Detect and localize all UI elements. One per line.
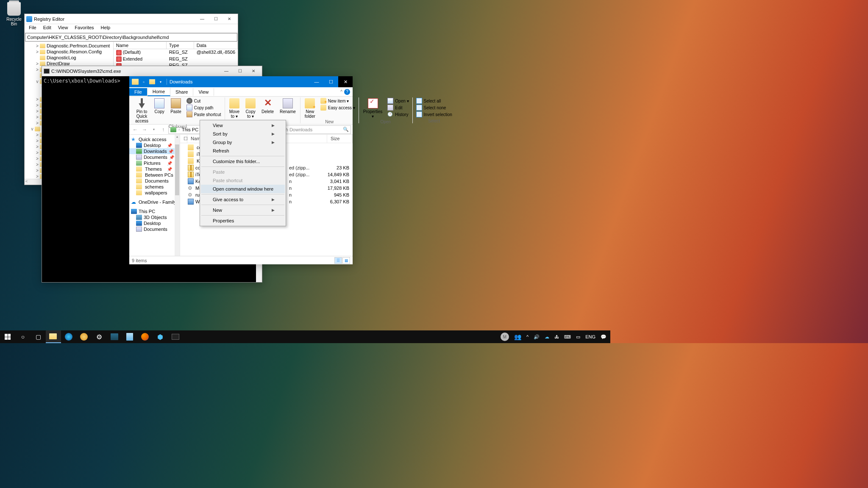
copy-button[interactable]: Copy [153, 97, 166, 115]
tree-item[interactable]: >Diagnostic.Perfmon.Document [25, 43, 113, 49]
menu-help[interactable]: Help [97, 24, 114, 32]
rename-button[interactable]: Rename [278, 97, 298, 115]
up-button[interactable]: ↑ [159, 125, 167, 134]
selectall-button[interactable]: Select all [415, 97, 453, 104]
edge-taskbar-button[interactable] [61, 330, 76, 343]
paste-button[interactable]: Paste [169, 97, 183, 115]
nav-between-pcs[interactable]: Between PCs [129, 172, 180, 178]
bc-thispc[interactable]: This PC [182, 127, 198, 132]
nav-themes[interactable]: Themes📌 [129, 166, 180, 172]
invert-button[interactable]: Invert selection [415, 111, 453, 118]
moveto-button[interactable]: Move to ▾ [228, 97, 241, 119]
menu-view[interactable]: View [55, 24, 72, 32]
tab-share[interactable]: Share [170, 88, 193, 96]
start-button[interactable] [0, 330, 15, 343]
context-item[interactable]: New▶ [201, 206, 285, 214]
close-button[interactable]: ✕ [223, 14, 236, 24]
explorer-taskbar-button[interactable] [46, 330, 61, 343]
firefox-taskbar-button[interactable] [137, 330, 153, 343]
photos-taskbar-button[interactable] [107, 330, 122, 343]
nav-wallpapers[interactable]: wallpapers [129, 190, 180, 196]
col-checkbox[interactable]: ☐ [180, 135, 187, 143]
col-size[interactable]: Size [327, 135, 353, 143]
tab-file[interactable]: File [129, 88, 147, 96]
nav-documents[interactable]: Documents📌 [129, 154, 180, 160]
nav-pane[interactable]: ★Quick access Desktop📌 Downloads📌 Docume… [129, 135, 180, 256]
delete-button[interactable]: ✕Delete [260, 97, 275, 115]
context-item[interactable]: Properties [201, 216, 285, 225]
navpane-scrollbar[interactable]: ▴ [175, 135, 180, 256]
language-button[interactable]: ENG [583, 330, 598, 343]
nav-desktop[interactable]: Desktop📌 [129, 142, 180, 148]
terminal-taskbar-button[interactable] [168, 330, 183, 343]
details-view-button[interactable]: ☰ [334, 257, 342, 264]
cut-button[interactable]: Cut [186, 97, 222, 104]
settings-taskbar-button[interactable]: ⚙ [92, 330, 107, 343]
minimize-button[interactable]: — [309, 76, 324, 87]
task-view-button[interactable]: ▢ [31, 330, 46, 343]
col-type[interactable]: Type [167, 42, 194, 49]
user-button[interactable]: M [498, 330, 511, 343]
paste-shortcut-button[interactable]: Paste shortcut [186, 111, 222, 118]
context-item[interactable]: Customize this folder... [201, 157, 285, 166]
close-button[interactable]: ✕ [338, 76, 353, 87]
newitem-button[interactable]: New item ▾ [320, 97, 356, 104]
open-button[interactable]: Open ▾ [387, 97, 409, 104]
menu-favorites[interactable]: Favorites [71, 24, 97, 32]
edit-button[interactable]: Edit [387, 104, 409, 111]
nav-3d-objects[interactable]: 3D Objects [129, 214, 180, 220]
app-taskbar-button[interactable]: ⬢ [153, 330, 168, 343]
properties-button[interactable]: Properties ▾ [362, 97, 384, 119]
history-button[interactable]: 🕐History [387, 111, 409, 118]
nav-downloads[interactable]: Downloads📌 [129, 148, 180, 154]
nav-schemes[interactable]: schemes [129, 184, 180, 190]
close-button[interactable]: ✕ [247, 67, 260, 76]
onedrive-tray[interactable]: ☁ [542, 330, 551, 343]
tab-home[interactable]: Home [147, 88, 170, 96]
menu-file[interactable]: File [25, 24, 40, 32]
context-item[interactable]: Give access to▶ [201, 195, 285, 204]
maximize-button[interactable]: ☐ [209, 14, 223, 24]
notepad-taskbar-button[interactable] [122, 330, 137, 343]
nav-desktop2[interactable]: Desktop [129, 220, 180, 226]
qat-explorer-icon[interactable] [132, 78, 139, 85]
easyaccess-button[interactable]: Easy access ▾ [320, 104, 356, 111]
recent-button[interactable]: ▾ [150, 125, 158, 134]
action-center-button[interactable]: 💬 [598, 330, 609, 343]
context-item[interactable]: Open command window here [201, 185, 285, 193]
context-item[interactable]: Refresh [201, 147, 285, 155]
help-icon[interactable]: ? [344, 89, 350, 95]
forward-button[interactable]: → [140, 125, 149, 134]
col-data[interactable]: Data [194, 42, 238, 49]
cmd-titlebar[interactable]: C:\WINDOWS\system32\cmd.exe — ☐ ✕ [42, 66, 262, 76]
network-button[interactable]: 🖧 [552, 330, 561, 343]
value-row[interactable]: (Default)REG_SZ@shell32.dll,-8506 [114, 49, 238, 56]
col-name[interactable]: Name [114, 42, 167, 49]
menu-edit[interactable]: Edit [40, 24, 55, 32]
regedit-titlebar[interactable]: Registry Editor — ☐ ✕ [25, 14, 238, 24]
maximize-button[interactable]: ☐ [324, 76, 338, 87]
back-button[interactable]: ← [131, 125, 139, 134]
copyto-button[interactable]: Copy to ▾ [244, 97, 257, 119]
paint-taskbar-button[interactable] [76, 330, 92, 343]
cortana-button[interactable]: ○ [15, 330, 31, 343]
people-button[interactable]: 👥 [512, 330, 523, 343]
context-item[interactable]: Sort by▶ [201, 130, 285, 138]
nav-documents3[interactable]: Documents [129, 226, 180, 232]
context-item[interactable]: Group by▶ [201, 138, 285, 147]
nav-quick-access[interactable]: ★Quick access [129, 136, 180, 142]
regedit-address[interactable]: Computer\HKEY_CLASSES_ROOT\Directory\Bac… [25, 33, 237, 42]
battery-button[interactable]: ▭ [574, 330, 582, 343]
minimize-button[interactable]: — [220, 67, 233, 76]
nav-pictures[interactable]: Pictures📌 [129, 160, 180, 166]
pin-button[interactable]: Pin to Quick access [134, 97, 150, 124]
maximize-button[interactable]: ☐ [233, 67, 247, 76]
context-item[interactable]: View▶ [201, 121, 285, 130]
tree-item[interactable]: >Diagnostic.Resmon.Config [25, 49, 113, 55]
nav-documents2[interactable]: Documents [129, 178, 180, 184]
ribbon-collapse[interactable]: ^ [340, 89, 342, 94]
nav-thispc[interactable]: This PC [129, 208, 180, 214]
nav-onedrive[interactable]: ☁OneDrive - Family [129, 199, 180, 205]
volume-button[interactable]: 🔊 [531, 330, 542, 343]
icons-view-button[interactable]: ▦ [342, 257, 350, 264]
